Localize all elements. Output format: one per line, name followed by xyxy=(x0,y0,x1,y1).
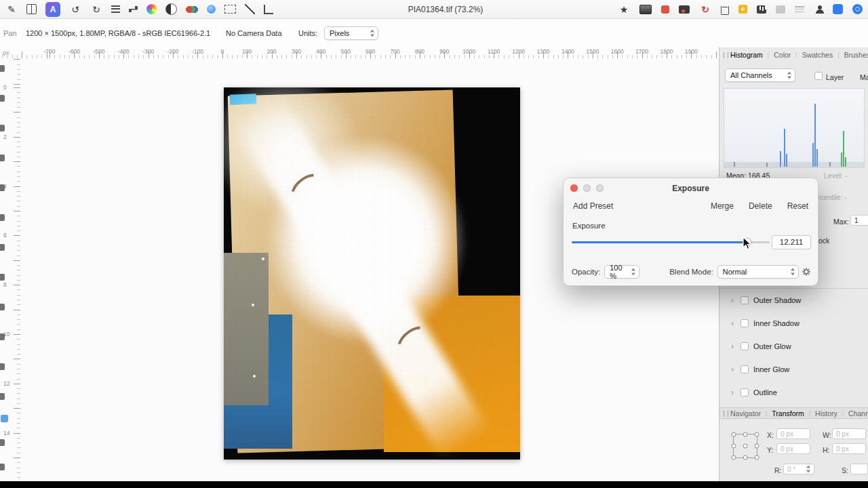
pencil-tool-icon[interactable]: ✎ xyxy=(5,3,18,16)
color-wheel-icon[interactable] xyxy=(146,4,157,14)
tool-icon[interactable] xyxy=(0,393,5,400)
user-icon[interactable] xyxy=(814,5,823,14)
redo-icon[interactable]: ↻ xyxy=(90,3,102,16)
transform-handle[interactable] xyxy=(732,455,736,460)
crop-grid-icon[interactable] xyxy=(26,4,37,14)
tool-icon[interactable] xyxy=(0,65,5,72)
globe-icon[interactable] xyxy=(852,4,863,14)
tool-icon[interactable] xyxy=(0,95,5,102)
style-checkbox[interactable] xyxy=(741,365,749,373)
gray-box-icon[interactable] xyxy=(776,5,785,14)
gear-icon[interactable] xyxy=(802,267,811,277)
panel-drag-handle[interactable] xyxy=(724,411,728,417)
favorite-star-icon[interactable]: ★ xyxy=(618,3,630,16)
exposure-slider[interactable] xyxy=(572,237,770,247)
yellow-tools-icon[interactable] xyxy=(738,5,747,14)
style-row-outer-glow[interactable]: ›Outer Glow xyxy=(719,335,868,358)
transform-handle[interactable] xyxy=(743,444,748,449)
transform-widget[interactable] xyxy=(733,434,757,458)
units-select[interactable]: Pixels xyxy=(324,26,378,40)
trash-icon[interactable] xyxy=(721,6,729,15)
x-field[interactable]: 0 px xyxy=(776,428,810,439)
style-checkbox[interactable] xyxy=(741,342,749,350)
merge-button[interactable]: Merge xyxy=(711,201,734,211)
tool-icon[interactable] xyxy=(0,184,5,191)
histogram-canvas[interactable] xyxy=(724,88,865,168)
tab-history[interactable]: History xyxy=(815,409,837,418)
delete-button[interactable]: Delete xyxy=(749,201,772,211)
tool-icon[interactable] xyxy=(0,244,5,251)
max-field[interactable]: 1 xyxy=(850,215,868,226)
tab-navigator[interactable]: Navigator xyxy=(730,409,761,418)
style-checkbox[interactable] xyxy=(741,388,749,396)
disclosure-icon[interactable]: › xyxy=(731,319,734,328)
tool-icon[interactable] xyxy=(0,125,5,131)
transform-handle[interactable] xyxy=(743,432,748,437)
effects-node-icon[interactable] xyxy=(129,6,138,12)
disclosure-icon[interactable]: › xyxy=(731,365,734,374)
tool-icon[interactable] xyxy=(0,439,5,446)
slider-track[interactable] xyxy=(572,241,770,243)
disclosure-icon[interactable]: › xyxy=(731,296,734,305)
tool-icon[interactable] xyxy=(1,415,8,422)
transform-handle[interactable] xyxy=(755,432,760,437)
tool-icon[interactable] xyxy=(0,333,5,340)
exposure-dialog[interactable]: Exposure Add Preset Merge Delete Reset E… xyxy=(563,178,818,286)
crop-corner-icon[interactable] xyxy=(264,5,273,14)
y-field[interactable]: 0 px xyxy=(776,443,810,454)
blend-mode-select[interactable]: Normal xyxy=(717,265,799,279)
tab-channels[interactable]: Channels xyxy=(848,409,868,418)
rgb-channels-icon[interactable] xyxy=(186,5,198,14)
display-icon[interactable] xyxy=(639,5,652,14)
add-preset-button[interactable]: Add Preset xyxy=(573,201,613,211)
tab-histogram[interactable]: Histogram xyxy=(730,51,763,59)
undo-icon[interactable]: ↺ xyxy=(69,3,81,16)
channels-select[interactable]: All Channels xyxy=(725,68,795,82)
transform-handle[interactable] xyxy=(755,444,760,449)
tool-icon[interactable] xyxy=(0,274,5,281)
style-row-inner-shadow[interactable]: ›Inner Shadow xyxy=(719,312,868,335)
tab-color[interactable]: Color xyxy=(774,51,791,59)
layer-checkbox[interactable] xyxy=(814,72,823,80)
disclosure-icon[interactable]: › xyxy=(731,388,734,397)
tab-swatches[interactable]: Swatches xyxy=(802,51,833,59)
adjust-sliders-icon[interactable] xyxy=(111,5,120,13)
style-row-inner-glow[interactable]: ›Inner Glow xyxy=(719,358,868,381)
exposure-value-field[interactable]: 12.211 xyxy=(772,235,811,249)
transform-handle[interactable] xyxy=(755,455,760,460)
tool-icon[interactable] xyxy=(0,304,5,310)
transform-handle[interactable] xyxy=(743,455,748,460)
panel-drag-handle[interactable] xyxy=(724,52,728,58)
sync-icon[interactable]: ↻ xyxy=(699,3,711,16)
disclosure-icon[interactable]: › xyxy=(731,342,734,351)
line-tool-icon[interactable] xyxy=(245,4,255,14)
app-logo-icon[interactable]: A xyxy=(45,2,60,17)
style-checkbox[interactable] xyxy=(741,296,749,304)
w-field[interactable]: 0 px xyxy=(832,428,866,439)
style-row-outer-shadow[interactable]: ›Outer Shadow xyxy=(719,289,868,312)
tool-icon[interactable] xyxy=(0,214,5,221)
tool-icon[interactable] xyxy=(0,464,5,470)
image-canvas[interactable] xyxy=(224,87,520,460)
blue-sphere-icon[interactable] xyxy=(207,5,216,14)
transform-handle[interactable] xyxy=(732,432,736,437)
contrast-icon[interactable] xyxy=(165,3,177,15)
tab-transform[interactable]: Transform xyxy=(772,409,804,418)
style-checkbox[interactable] xyxy=(741,319,749,327)
selection-rect-icon[interactable] xyxy=(224,5,236,14)
s-field[interactable] xyxy=(850,464,868,474)
reset-button[interactable]: Reset xyxy=(787,201,808,211)
chart-icon[interactable] xyxy=(757,5,766,14)
monitor-record-icon[interactable] xyxy=(679,5,690,14)
tool-icon[interactable] xyxy=(0,155,5,161)
style-row-outline[interactable]: ›Outline xyxy=(719,381,868,404)
transform-handle[interactable] xyxy=(732,444,736,449)
tool-icon[interactable] xyxy=(0,363,5,370)
tab-brushes[interactable]: Brushes xyxy=(844,51,868,59)
opacity-select[interactable]: 100 % xyxy=(604,265,639,279)
h-field[interactable]: 0 px xyxy=(832,443,866,454)
r-stepper[interactable]: 0 ° xyxy=(783,464,814,474)
blue-app-icon[interactable] xyxy=(833,4,843,14)
list-lines-icon[interactable] xyxy=(795,6,804,13)
red-badge-icon[interactable] xyxy=(661,5,669,14)
